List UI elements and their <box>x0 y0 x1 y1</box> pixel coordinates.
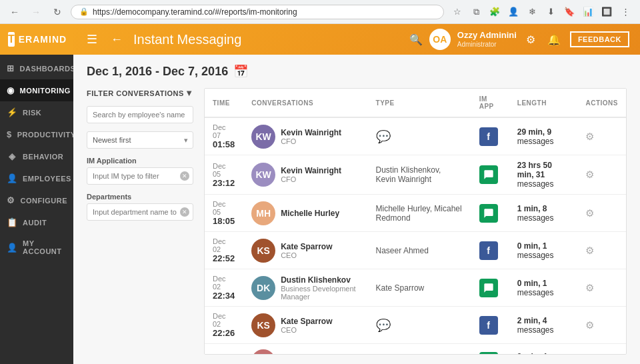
myaccount-icon: 👤 <box>7 243 17 253</box>
im-app-badge <box>479 204 498 223</box>
actions-gear-btn[interactable]: ⚙ <box>585 207 594 219</box>
main-content: ☰ ← Instant Messaging 🔍 OA Ozzy Adminini… <box>73 24 640 364</box>
departments-clear-btn[interactable]: ✕ <box>180 207 189 217</box>
row-time: 22:26 <box>213 328 235 338</box>
row-date: Dec 07 <box>213 123 235 139</box>
nav-back-button[interactable]: ← <box>108 30 125 49</box>
browser-snowflake-btn[interactable]: ❄ <box>524 4 540 20</box>
sidebar-item-risk[interactable]: ⚡ Risk <box>0 101 73 123</box>
sidebar-item-label: Monitoring <box>20 87 71 95</box>
type-cell: Naseer Ahmed <box>368 232 471 269</box>
behavior-icon: ◈ <box>7 151 17 161</box>
sidebar-item-label: Configure <box>21 197 68 205</box>
col-length: LENGTH <box>509 89 578 117</box>
actions-gear-btn[interactable]: ⚙ <box>585 245 594 257</box>
browser-puzzle-btn[interactable]: 🧩 <box>487 4 503 20</box>
productivity-icon: $ <box>7 129 12 139</box>
employees-icon: 👤 <box>7 173 17 183</box>
person-title: CEO <box>281 251 332 259</box>
im-app-cell: f <box>471 232 509 269</box>
im-app-cell <box>471 155 509 195</box>
browser-menu-btn[interactable]: ⋮ <box>617 4 633 20</box>
conversation-names: Michelle Hurley, Micahel Redmond <box>376 204 463 223</box>
sidebar-item-label: Behavior <box>23 153 63 161</box>
person-name: Dustin Klishenkov <box>281 275 359 285</box>
lock-icon: 🔒 <box>79 7 89 16</box>
actions-cell: ⚙ <box>577 307 626 344</box>
browser-bookmark-btn[interactable]: 🔖 <box>561 4 577 20</box>
im-app-filter-section: IM Application ✕ <box>87 157 193 185</box>
logo-t-badge: T <box>8 32 15 47</box>
time-cell: Dec 02 22:34 <box>205 269 243 307</box>
sidebar-item-employees[interactable]: 👤 Employees <box>0 167 73 189</box>
filter-header: FILTER CONVERSATIONS ▼ <box>87 88 193 98</box>
sidebar-item-audit[interactable]: 📋 Audit <box>0 211 73 233</box>
sort-select-wrapper: Newest first Oldest first <box>87 131 193 149</box>
nav-search-button[interactable]: 🔍 <box>409 33 423 46</box>
sidebar-item-myaccount[interactable]: 👤 My Account <box>0 233 73 261</box>
im-app-clear-btn[interactable]: ✕ <box>180 171 189 181</box>
departments-input[interactable] <box>87 203 193 221</box>
length-suffix: messages <box>517 288 554 297</box>
actions-gear-btn[interactable]: ⚙ <box>585 131 594 143</box>
person-title: CFO <box>281 137 341 145</box>
browser-person-btn[interactable]: 👤 <box>505 4 521 20</box>
length-value: 23 hrs 50 min, 31 <box>517 161 552 179</box>
browser-download-btn[interactable]: ⬇ <box>543 4 559 20</box>
time-cell: Dec 02 <box>205 344 243 355</box>
row-time: 22:34 <box>213 291 235 301</box>
length-value: 1 min, 8 <box>517 204 547 213</box>
sidebar-item-monitoring[interactable]: ◉ Monitoring <box>0 79 73 101</box>
departments-input-wrapper: ✕ <box>87 203 193 221</box>
type-cell: Kate Sparrow <box>368 269 471 307</box>
browser-forward-btn[interactable]: → <box>28 4 44 20</box>
im-app-badge <box>479 279 498 297</box>
settings-icon-btn[interactable]: ⚙ <box>523 31 538 49</box>
sidebar-nav: ⊞ Dashboards ◉ Monitoring ⚡ Risk $ Produ… <box>0 55 73 364</box>
avatar: DK <box>251 276 275 300</box>
type-cell: 💬 <box>368 117 471 155</box>
sidebar-item-dashboards[interactable]: ⊞ Dashboards <box>0 57 73 79</box>
im-app-input[interactable] <box>87 167 193 185</box>
person-info: Dustin Klishenkov Business Development M… <box>281 275 359 301</box>
row-time: 18:05 <box>213 216 235 226</box>
hamburger-button[interactable]: ☰ <box>84 29 100 49</box>
sort-select[interactable]: Newest first Oldest first <box>87 131 193 149</box>
type-cell: 💬 <box>368 307 471 344</box>
table-row: Dec 07 01:58 KW Kevin Wainright CFO 💬 f … <box>205 117 626 155</box>
actions-cell: ⚙ <box>577 155 626 195</box>
im-app-badge <box>479 352 498 355</box>
row-time: 01:58 <box>213 139 235 149</box>
browser-ext-btn[interactable]: 🔲 <box>599 4 615 20</box>
browser-tab-btn[interactable]: ⧉ <box>468 4 484 20</box>
user-info: Ozzy Adminini Administrator <box>457 30 517 49</box>
table-row: Dec 05 23:12 KW Kevin Wainright CFO Dust… <box>205 155 626 195</box>
actions-gear-btn[interactable]: ⚙ <box>585 169 594 181</box>
browser-chart-btn[interactable]: 📊 <box>580 4 596 20</box>
feedback-button[interactable]: FEEDBACK <box>570 31 629 47</box>
length-suffix: messages <box>517 251 554 260</box>
sidebar-item-behavior[interactable]: ◈ Behavior <box>0 145 73 167</box>
calendar-icon[interactable]: 📅 <box>233 64 248 79</box>
length-suffix: messages <box>517 137 554 146</box>
actions-cell: ⚙ <box>577 269 626 307</box>
im-app-badge: f <box>479 127 498 146</box>
col-actions: ACTIONS <box>577 89 626 117</box>
avatar: KS <box>251 239 275 263</box>
browser-refresh-btn[interactable]: ↻ <box>49 4 65 20</box>
sidebar-item-productivity[interactable]: $ Productivity <box>0 123 73 145</box>
length-value: 0 min, 1 <box>517 279 547 288</box>
actions-gear-btn[interactable]: ⚙ <box>585 282 594 294</box>
actions-gear-btn[interactable]: ⚙ <box>585 319 594 331</box>
sidebar-item-configure[interactable]: ⚙ Configure <box>0 189 73 211</box>
person-name: Kate Sparrow <box>281 317 332 326</box>
avatar: KS <box>251 313 275 337</box>
filter-search-input[interactable] <box>87 106 193 123</box>
browser-back-btn[interactable]: ← <box>7 4 23 20</box>
address-bar[interactable]: 🔒 https://democompany.teramind.co/#/repo… <box>71 5 444 19</box>
browser-star-btn[interactable]: ☆ <box>449 4 465 20</box>
bell-icon-btn[interactable]: 🔔 <box>545 31 563 49</box>
length-suffix: messages <box>517 179 554 189</box>
im-app-input-wrapper: ✕ <box>87 167 193 185</box>
person-cell: LH Lisa Holt <box>251 349 359 355</box>
